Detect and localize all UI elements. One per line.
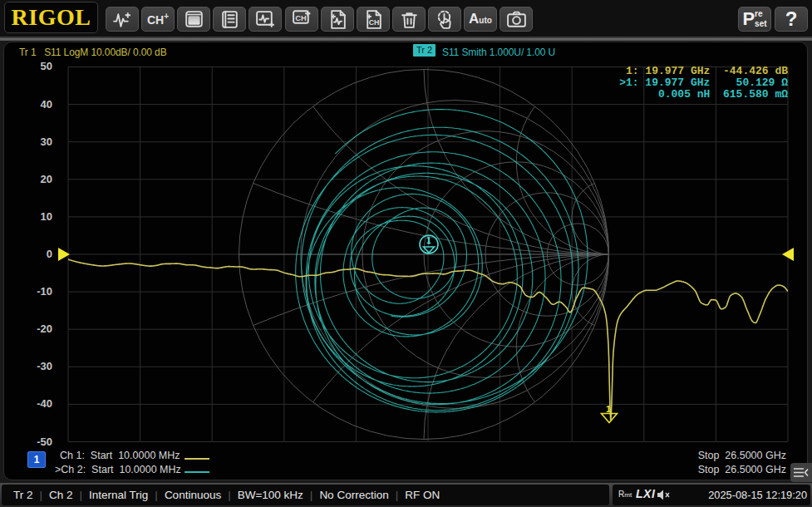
svg-text:1: 1 bbox=[606, 404, 611, 414]
svg-text:CH: CH bbox=[295, 13, 307, 22]
svg-text:CH: CH bbox=[368, 17, 379, 26]
svg-text:1: 1 bbox=[426, 236, 431, 245]
